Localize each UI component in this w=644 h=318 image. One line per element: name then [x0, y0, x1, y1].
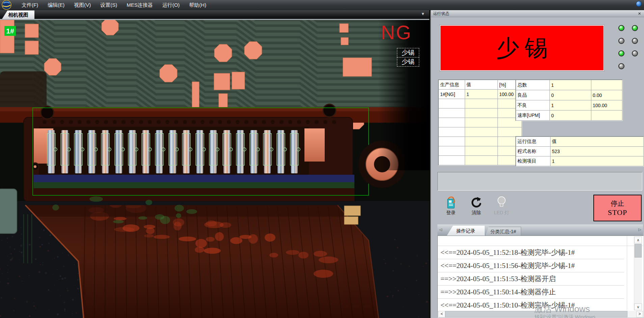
- log-horizontal-scrollbar[interactable]: < >: [438, 311, 643, 317]
- defect-label-list: 少锡少锡: [397, 48, 419, 67]
- menu-item-0[interactable]: 文件(F): [17, 0, 43, 10]
- tray-status-icon[interactable]: [636, 1, 642, 7]
- tab-scroll-left-icon[interactable]: ◁: [439, 227, 442, 232]
- clear-button[interactable]: 清除: [466, 195, 487, 219]
- status-led: [632, 50, 638, 56]
- app-logo-icon: [2, 0, 11, 10]
- result-display: 少锡: [439, 25, 605, 71]
- log-tab-strip: ◁ 操作记录 分类汇总-1# ▷: [437, 224, 643, 236]
- log-entry[interactable]: ==>>2024-05-05_11:51:53-检测器开启: [438, 272, 624, 286]
- scroll-right-icon[interactable]: >: [636, 311, 643, 317]
- green-band: [34, 182, 354, 188]
- run-status-panel: 运行状态 × 少锡 生产信息值[%]1#[NG]1100.00 总数1良品00.…: [430, 10, 644, 318]
- cell: 0: [550, 90, 591, 100]
- operation-log-panel[interactable]: <<==2024-05-05_11:52:18-检测完毕-少锡-1#<<==20…: [437, 236, 644, 318]
- tab-operation-log[interactable]: 操作记录: [447, 226, 485, 236]
- log-entry[interactable]: <<==2024-05-05_11:50:10-检测完毕-少锡-1#: [438, 299, 624, 312]
- table-row: [439, 137, 522, 146]
- table-row: [439, 99, 522, 108]
- table-row: [439, 127, 522, 137]
- fixture-tab: [0, 189, 17, 234]
- table-row: [439, 146, 522, 156]
- menu-item-6[interactable]: 帮助(H): [184, 0, 211, 10]
- log-entry[interactable]: <<==2024-05-05_11:52:18-检测完毕-少锡-1#: [438, 246, 624, 259]
- cell: 总数: [516, 80, 550, 90]
- cell: [439, 156, 465, 165]
- header-cell: 运行信息: [516, 137, 551, 147]
- cell: 1: [550, 100, 591, 111]
- status-led: [618, 25, 624, 31]
- login-button[interactable]: 登录: [440, 195, 461, 219]
- status-led: [632, 38, 638, 44]
- menu-item-1[interactable]: 编辑(E): [43, 0, 69, 10]
- production-table: 生产信息值[%]1#[NG]1100.00: [438, 79, 522, 166]
- cell: [465, 127, 498, 137]
- cell: 良品: [516, 90, 550, 100]
- led-light-button[interactable]: LED 灯: [491, 195, 512, 219]
- clear-label: 清除: [466, 210, 487, 216]
- table-header-row: 运行信息值: [516, 137, 644, 147]
- log-entry[interactable]: <<==2024-05-05_11:51:56-检测完毕-少锡-1#: [438, 259, 624, 272]
- status-led: [618, 63, 624, 69]
- status-led: [632, 25, 638, 31]
- cell: [465, 137, 498, 146]
- cell: [591, 80, 622, 90]
- id-badge-icon: [440, 195, 461, 210]
- cell: 不良: [516, 100, 550, 111]
- log-column-divider: [627, 236, 627, 310]
- tab-scroll-right-icon[interactable]: ▷: [639, 227, 641, 232]
- menu-item-2[interactable]: 视图(V): [69, 0, 96, 10]
- menu-item-3[interactable]: 设置(S): [96, 0, 122, 10]
- tab-classification-summary[interactable]: 分类汇总-1#: [485, 227, 521, 236]
- inspection-result-overlay: NG: [381, 21, 412, 44]
- stop-button[interactable]: 停止 STOP: [593, 195, 642, 221]
- table-row: [439, 108, 522, 118]
- defect-label: 少锡: [397, 57, 419, 67]
- pcb-image: [0, 20, 429, 318]
- flex-pad-1: [344, 206, 360, 216]
- stop-label-en: STOP: [608, 208, 627, 217]
- cell: [465, 156, 498, 165]
- table-row: 总数1: [516, 80, 622, 90]
- stop-label-cn: 停止: [611, 199, 624, 208]
- cell: 0: [550, 111, 591, 121]
- status-led: [618, 50, 624, 56]
- refresh-icon: [466, 195, 487, 210]
- cell: [591, 111, 622, 121]
- hscroll-thumb[interactable]: [445, 311, 627, 317]
- chevron-down-icon[interactable]: ▼: [421, 11, 425, 16]
- header-cell: 值: [551, 137, 644, 147]
- vscroll-thumb[interactable]: [635, 244, 642, 258]
- menu-item-5[interactable]: 运行(O): [158, 0, 185, 10]
- summary-table: 总数1良品00.00不良1100.00速率[UPM]0: [515, 79, 623, 121]
- blue-band: [34, 175, 354, 182]
- cell: 1: [551, 156, 644, 166]
- close-icon[interactable]: ×: [638, 10, 641, 17]
- table-header-row: 生产信息值[%]: [439, 80, 522, 90]
- cell: 速率[UPM]: [516, 111, 550, 121]
- end-pad-right: [304, 128, 325, 162]
- log-entry[interactable]: ==>>2024-05-05_11:50:14-检测器停止: [438, 286, 624, 299]
- cell: 程式名称: [516, 147, 551, 156]
- panel-title-bar: 运行状态 ×: [431, 10, 644, 17]
- light-bulb-icon: [491, 195, 512, 210]
- alignment-hole-right: [323, 104, 336, 117]
- cell: 1#[NG]: [439, 90, 465, 99]
- log-vertical-scrollbar[interactable]: ∧ ∨: [634, 237, 642, 310]
- scroll-up-icon[interactable]: ∧: [634, 237, 642, 243]
- tab-camera-view[interactable]: 相机视图: [2, 10, 34, 19]
- header-cell: 生产信息: [439, 80, 465, 90]
- scroll-left-icon[interactable]: <: [438, 311, 445, 317]
- camera-view[interactable]: 1# NG 少锡少锡: [0, 19, 429, 318]
- status-led: [618, 38, 624, 44]
- table-row: 良品00.00: [516, 90, 622, 100]
- menu-item-4[interactable]: MES连接器: [122, 0, 158, 10]
- cell: [439, 118, 465, 127]
- scroll-down-icon[interactable]: ∨: [634, 303, 642, 310]
- cell: 0.00: [591, 90, 622, 100]
- table-row: [439, 118, 522, 127]
- cell: 523: [551, 147, 644, 156]
- cell: [498, 127, 522, 137]
- camera-tab-bar: 相机视图 ▼: [0, 10, 429, 19]
- cell: [439, 137, 465, 146]
